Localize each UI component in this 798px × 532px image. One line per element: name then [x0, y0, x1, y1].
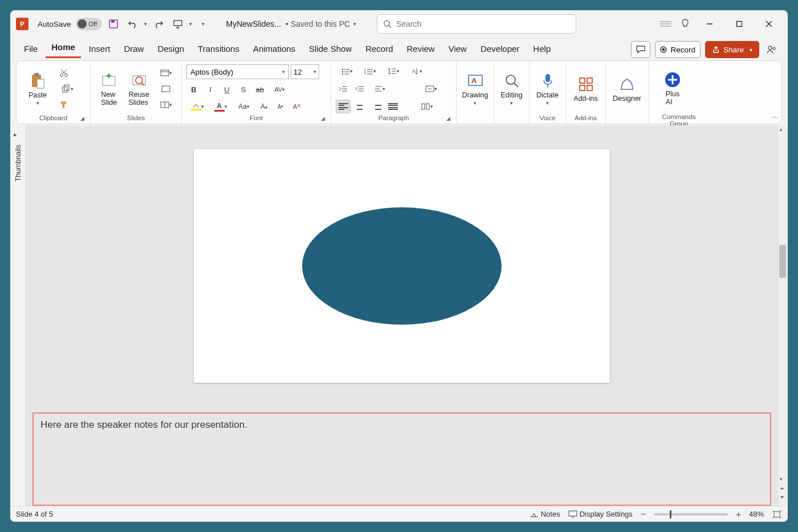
zoom-out-button[interactable]: − [641, 509, 646, 519]
tab-review[interactable]: Review [401, 40, 441, 58]
redo-button[interactable] [150, 16, 166, 32]
tab-help[interactable]: Help [527, 40, 556, 58]
align-text-button[interactable]: ▾ [369, 82, 390, 96]
qat-customize[interactable]: ▾ [196, 16, 211, 32]
collapse-ribbon-button[interactable]: ︿ [771, 112, 778, 121]
bullets-button[interactable]: ▾ [336, 64, 357, 78]
zoom-in-button[interactable]: + [736, 509, 741, 519]
present-button[interactable] [170, 16, 186, 32]
slide-counter[interactable]: Slide 4 of 5 [16, 510, 53, 518]
new-slide-button[interactable]: New Slide [95, 64, 123, 114]
char-spacing-button[interactable]: AV▾ [269, 83, 291, 96]
tab-design[interactable]: Design [152, 40, 190, 58]
filename-dropdown[interactable]: ▾ [353, 21, 356, 27]
thumbnails-rail[interactable]: ▸ Thumbnails [10, 125, 26, 506]
font-name-select[interactable]: Aptos (Body)▾ [186, 64, 289, 79]
align-right-button[interactable] [369, 100, 384, 113]
layout-button[interactable]: ▾ [155, 66, 177, 80]
line-spacing-button[interactable]: ▾ [382, 64, 404, 78]
align-left-button[interactable] [336, 100, 351, 113]
next-slide-icon[interactable]: ⏷ [780, 494, 785, 500]
addins-button[interactable]: Add-ins [571, 64, 601, 114]
bold-button[interactable]: B [186, 83, 201, 96]
cut-button[interactable] [56, 66, 71, 80]
expand-thumbnails-icon[interactable]: ▸ [14, 131, 17, 138]
highlight-button[interactable]: ▾ [186, 100, 208, 113]
format-painter-button[interactable] [56, 98, 71, 112]
paste-button[interactable]: Paste▾ [21, 64, 54, 114]
font-launcher[interactable]: ◢ [321, 116, 325, 121]
decrease-indent-button[interactable] [336, 82, 351, 96]
vertical-scrollbar[interactable]: ▴ ▾ ⏶ ⏷ [777, 125, 788, 506]
tab-developer[interactable]: Developer [475, 40, 525, 58]
clear-formatting-button[interactable]: A [290, 100, 304, 113]
close-button[interactable] [756, 11, 782, 37]
search-box[interactable] [377, 14, 576, 34]
tab-insert[interactable]: Insert [83, 40, 116, 58]
notes-toggle[interactable]: Notes [530, 510, 560, 518]
editing-button[interactable]: Editing▾ [499, 64, 524, 114]
dictate-button[interactable]: Dictate▾ [534, 64, 561, 114]
shrink-font-button[interactable]: A▾ [273, 100, 288, 113]
font-color-button[interactable]: A▾ [210, 100, 231, 113]
share-button[interactable]: Share▾ [705, 41, 759, 58]
account-button[interactable] [658, 16, 674, 32]
tab-animations[interactable]: Animations [247, 40, 301, 58]
oval-shape[interactable] [302, 207, 502, 325]
reuse-slides-button[interactable]: Reuse Slides [125, 64, 153, 114]
tab-view[interactable]: View [443, 40, 473, 58]
zoom-level[interactable]: 48% [749, 510, 764, 518]
maximize-button[interactable] [726, 11, 752, 37]
file-name[interactable]: MyNewSlides... [226, 19, 281, 28]
record-button[interactable]: Record [655, 41, 701, 58]
prev-slide-icon[interactable]: ⏶ [780, 485, 785, 491]
grow-font-button[interactable]: A▴ [256, 100, 271, 113]
columns-button[interactable]: ▾ [416, 100, 438, 113]
notes-text[interactable]: Here are the speaker notes for our prese… [40, 419, 247, 430]
underline-button[interactable]: U [219, 83, 234, 96]
section-button[interactable]: ▾ [155, 98, 177, 112]
slide-stage[interactable] [26, 125, 777, 407]
comments-button[interactable] [631, 41, 650, 58]
tab-record[interactable]: Record [360, 40, 398, 58]
clipboard-launcher[interactable]: ◢ [80, 116, 84, 121]
scroll-down-icon[interactable]: ▾ [780, 476, 783, 482]
align-center-button[interactable] [352, 100, 367, 113]
numbering-button[interactable]: 123▾ [359, 64, 381, 78]
reset-button[interactable] [155, 82, 177, 96]
copy-button[interactable]: ▾ [56, 82, 78, 96]
minimize-button[interactable] [697, 11, 723, 37]
display-settings-button[interactable]: Display Settings [568, 510, 633, 518]
undo-dropdown[interactable]: ▾ [144, 21, 147, 27]
paragraph-launcher[interactable]: ◢ [446, 116, 450, 121]
tab-file[interactable]: File [18, 40, 43, 58]
tab-transitions[interactable]: Transitions [192, 40, 245, 58]
justify-button[interactable] [385, 100, 400, 113]
zoom-slider[interactable] [654, 513, 728, 515]
change-case-button[interactable]: Aa▾ [233, 100, 255, 113]
font-size-select[interactable]: 12▾ [291, 64, 319, 79]
scrollbar-thumb[interactable] [779, 245, 786, 278]
notes-pane[interactable]: Here are the speaker notes for our prese… [32, 412, 771, 506]
increase-indent-button[interactable] [352, 82, 367, 96]
convert-smartart-button[interactable]: ▾ [420, 82, 442, 96]
designer-button[interactable]: Designer [610, 64, 644, 114]
text-direction-button[interactable]: A▾ [406, 64, 427, 78]
save-button[interactable] [105, 16, 121, 32]
tab-slideshow[interactable]: Slide Show [303, 40, 357, 58]
shadow-button[interactable]: S [236, 83, 251, 96]
undo-button[interactable] [125, 16, 141, 32]
plus-ai-button[interactable]: Plus AI [654, 63, 691, 113]
fit-to-window-button[interactable] [772, 510, 782, 519]
help-lightbulb-icon[interactable] [677, 16, 693, 32]
tab-draw[interactable]: Draw [118, 40, 149, 58]
strikethrough-button[interactable]: ab [253, 83, 267, 96]
scroll-up-icon[interactable]: ▴ [780, 126, 783, 132]
tab-home[interactable]: Home [46, 39, 81, 58]
italic-button[interactable]: I [203, 83, 218, 96]
present-dropdown[interactable]: ▾ [189, 21, 192, 27]
collab-button[interactable] [764, 42, 780, 58]
drawing-button[interactable]: ADrawing▾ [461, 64, 489, 114]
slide-canvas[interactable] [194, 149, 610, 383]
search-input[interactable] [396, 19, 570, 28]
